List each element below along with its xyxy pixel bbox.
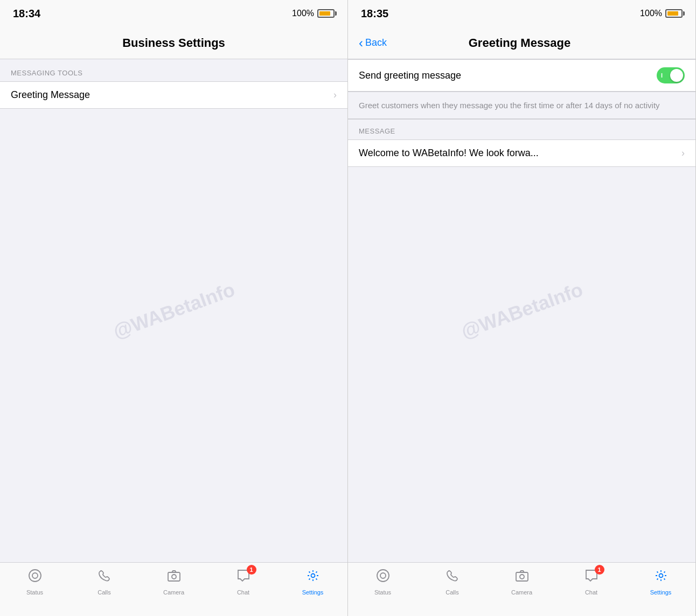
left-battery-icon [317, 9, 335, 18]
left-tab-chat[interactable]: 1 Chat [208, 568, 278, 596]
right-empty-area [348, 167, 695, 562]
left-section-header-messaging-tools: MESSAGING TOOLS [0, 59, 347, 81]
left-battery-pct: 100% [292, 9, 314, 18]
right-panel: 18:35 100% ‹ Back Greeting Message @WABe… [348, 0, 696, 616]
send-greeting-toggle[interactable]: I [657, 67, 685, 83]
right-tab-bar: Status Calls Camera [348, 562, 695, 616]
right-tab-camera-label: Camera [511, 589, 532, 596]
greeting-message-label: Greeting Message [11, 89, 333, 101]
svg-point-5 [377, 570, 389, 582]
left-list-group: Greeting Message › [0, 81, 347, 109]
left-settings-icon [305, 568, 321, 587]
right-chat-icon: 1 [584, 568, 599, 587]
toggle-knob [670, 69, 683, 82]
right-toggle-group: Send greeting message I [348, 59, 695, 92]
left-status-right: 100% [292, 9, 335, 18]
right-tab-chat-label: Chat [585, 589, 597, 596]
right-calls-icon [445, 568, 460, 587]
right-camera-icon [514, 568, 530, 587]
message-section-header: MESSAGE [348, 119, 695, 139]
right-battery-pct: 100% [640, 9, 662, 18]
right-battery-icon [665, 9, 683, 18]
left-tab-camera[interactable]: Camera [139, 568, 208, 596]
right-tab-status[interactable]: Status [348, 568, 417, 596]
svg-point-3 [172, 575, 176, 579]
svg-rect-2 [168, 572, 180, 581]
left-chat-badge: 1 [247, 565, 256, 575]
back-button[interactable]: ‹ Back [359, 37, 387, 50]
left-tab-status[interactable]: Status [0, 568, 69, 596]
svg-point-1 [32, 573, 38, 578]
svg-point-0 [29, 570, 41, 582]
left-empty-area [0, 109, 347, 562]
back-chevron-icon: ‹ [359, 37, 363, 50]
right-nav-bar: ‹ Back Greeting Message [348, 27, 695, 59]
left-panel: 18:34 100% Business Settings @WABetaInfo… [0, 0, 348, 616]
left-chat-icon: 1 [236, 568, 251, 587]
message-preview-chevron: › [681, 148, 685, 159]
right-settings-icon [653, 568, 669, 587]
right-tab-calls-label: Calls [446, 589, 458, 596]
left-tab-status-label: Status [26, 589, 43, 596]
greeting-message-chevron: › [333, 89, 337, 101]
left-status-icon [27, 568, 43, 587]
right-content: @WABetaInfo Send greeting message I Gree… [348, 59, 695, 562]
right-tab-status-label: Status [374, 589, 391, 596]
right-status-bar: 18:35 100% [348, 0, 695, 27]
right-tab-settings[interactable]: Settings [626, 568, 695, 596]
svg-point-6 [380, 573, 386, 578]
right-chat-badge: 1 [595, 565, 604, 575]
right-status-icon [375, 568, 391, 587]
left-time: 18:34 [13, 8, 40, 20]
right-time: 18:35 [361, 8, 388, 20]
left-content: @WABetaInfo MESSAGING TOOLS Greeting Mes… [0, 59, 347, 562]
right-tab-camera[interactable]: Camera [487, 568, 556, 596]
message-preview-item[interactable]: Welcome to WABetaInfo! We look forwa... … [348, 140, 695, 166]
greeting-description: Greet customers when they message you th… [348, 92, 695, 119]
left-tab-camera-label: Camera [163, 589, 184, 596]
send-greeting-toggle-row: Send greeting message I [348, 60, 695, 92]
left-camera-icon [166, 568, 182, 587]
svg-point-8 [520, 575, 524, 579]
left-calls-icon [97, 568, 112, 587]
svg-point-9 [659, 574, 663, 578]
greeting-message-item[interactable]: Greeting Message › [0, 82, 347, 108]
left-tab-bar: Status Calls Camera [0, 562, 347, 616]
right-tab-chat[interactable]: 1 Chat [556, 568, 626, 596]
right-nav-title: Greeting Message [387, 36, 652, 50]
svg-rect-7 [516, 572, 528, 581]
left-tab-calls-label: Calls [98, 589, 110, 596]
back-label: Back [365, 37, 387, 48]
message-preview-group: Welcome to WABetaInfo! We look forwa... … [348, 139, 695, 167]
svg-point-4 [311, 574, 315, 578]
right-status-right: 100% [640, 9, 683, 18]
left-tab-calls[interactable]: Calls [69, 568, 139, 596]
left-tab-chat-label: Chat [237, 589, 249, 596]
left-tab-settings[interactable]: Settings [278, 568, 347, 596]
left-status-bar: 18:34 100% [0, 0, 347, 27]
message-preview-label: Welcome to WABetaInfo! We look forwa... [359, 148, 681, 159]
left-tab-settings-label: Settings [302, 589, 324, 596]
send-greeting-label: Send greeting message [359, 70, 657, 81]
left-nav-bar: Business Settings [0, 27, 347, 59]
toggle-on-text: I [661, 72, 663, 79]
right-tab-settings-label: Settings [650, 589, 672, 596]
right-tab-calls[interactable]: Calls [417, 568, 487, 596]
left-nav-title: Business Settings [11, 36, 337, 50]
